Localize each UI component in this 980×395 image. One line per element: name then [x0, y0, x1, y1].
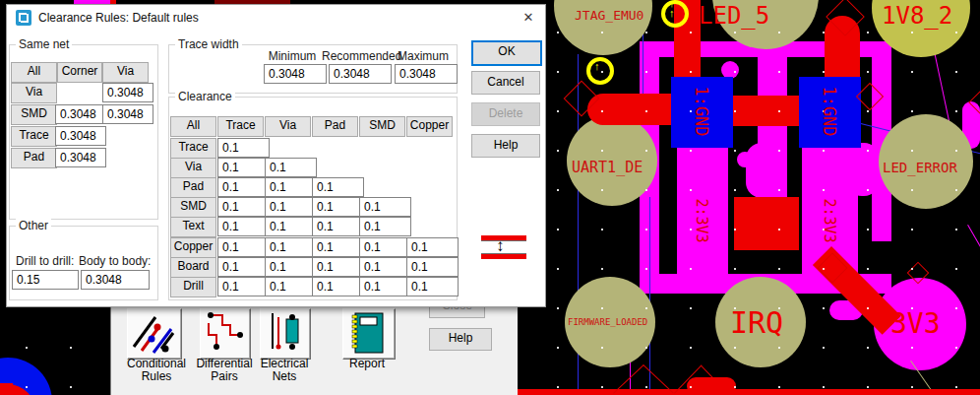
samenet-col-corner[interactable]: Corner — [57, 62, 102, 83]
dialog-help-button[interactable]: Help — [471, 134, 540, 158]
ok-button[interactable]: OK — [471, 40, 542, 66]
trace-horizontal — [587, 94, 679, 125]
body-to-body-field[interactable]: 0.3048 — [81, 270, 150, 290]
report-label: Report — [331, 358, 403, 370]
samenet-cell[interactable]: 0.3048 — [102, 83, 153, 102]
clearance-col-all[interactable]: All — [170, 116, 216, 137]
clearance-cell[interactable]: 0.1 — [312, 197, 364, 217]
clearance-cell[interactable]: 0.1 — [265, 217, 317, 236]
clearance-cell[interactable]: 0.1 — [312, 177, 364, 197]
samenet-row-smd[interactable]: SMD — [11, 104, 57, 125]
parent-help-button[interactable]: Help — [429, 328, 492, 351]
samenet-row-via[interactable]: Via — [11, 83, 57, 103]
clearance-col-via[interactable]: Via — [265, 116, 311, 137]
clearance-cell[interactable]: 0.1 — [359, 217, 411, 236]
clearance-cell[interactable]: 0.1 — [265, 197, 317, 217]
samenet-col-all[interactable]: All — [11, 62, 57, 83]
clearance-gap-icon: ↕ — [481, 231, 526, 263]
samenet-cell[interactable]: 0.3048 — [55, 104, 106, 124]
plane-dot — [737, 152, 753, 167]
report-button[interactable] — [342, 308, 396, 360]
close-icon[interactable]: ✕ — [520, 9, 537, 27]
clearance-col-copper[interactable]: Copper — [406, 116, 453, 137]
clearance-cell[interactable]: 0.1 — [217, 158, 270, 177]
clearance-cell[interactable]: 0.1 — [312, 257, 364, 277]
conditional-rules-button[interactable] — [127, 308, 182, 360]
silk-blob — [846, 143, 880, 196]
net-label-uart: UART1_DE — [572, 159, 643, 176]
delete-button[interactable]: Delete — [471, 102, 540, 126]
clearance-rules-dialog: Clearance Rules: Default rules ✕ Same ne… — [6, 4, 546, 307]
clearance-cell[interactable]: 0.1 — [265, 277, 317, 296]
samenet-row-pad[interactable]: Pad — [11, 148, 57, 168]
clearance-row-copper[interactable]: Copper — [170, 237, 216, 258]
clearance-cell[interactable]: 0.1 — [312, 237, 364, 257]
samenet-cell[interactable]: 0.3048 — [55, 126, 106, 146]
report-icon — [343, 309, 393, 357]
other-label: Other — [16, 219, 51, 232]
clearance-row-drill[interactable]: Drill — [170, 277, 216, 297]
other-group: Other Drill to drill: Body to body: 0.15… — [9, 226, 158, 300]
clearance-cell[interactable]: 0.1 — [359, 237, 411, 257]
clearance-cell[interactable]: 0.1 — [312, 217, 364, 236]
clearance-col-smd[interactable]: SMD — [359, 116, 405, 137]
clearance-cell[interactable]: 0.1 — [217, 237, 270, 257]
clearance-row-pad[interactable]: Pad — [170, 177, 216, 198]
clearance-cell[interactable]: 0.1 — [312, 277, 364, 296]
clearance-row-text[interactable]: Text — [170, 217, 216, 237]
clearance-row-smd[interactable]: SMD — [170, 197, 216, 218]
clearance-row-board[interactable]: Board — [170, 257, 216, 278]
clearance-cell[interactable]: 0.1 — [406, 237, 459, 257]
clearance-col-trace[interactable]: Trace — [217, 116, 264, 137]
cancel-button[interactable]: Cancel — [471, 71, 540, 95]
samenet-col-via[interactable]: Via — [102, 62, 149, 83]
drill-to-drill-field[interactable]: 0.15 — [12, 270, 79, 290]
clearance-cell[interactable]: 0.1 — [359, 257, 411, 277]
clearance-cell[interactable]: 0.1 — [359, 277, 411, 296]
ratsnest-line — [649, 197, 650, 395]
drill-to-drill-label: Drill to drill: — [16, 254, 74, 268]
via-arrow-icon: ↑ — [669, 8, 675, 19]
samenet-row-trace[interactable]: Trace — [11, 126, 57, 147]
trace-width-rec-field[interactable]: 0.3048 — [329, 64, 392, 84]
clearance-col-pad[interactable]: Pad — [312, 116, 358, 137]
clearance-cell[interactable]: 0.1 — [217, 217, 270, 236]
maximum-label: Maximum — [392, 49, 455, 63]
trace-fragment — [0, 383, 13, 386]
clearance-cell[interactable]: 0.1 — [265, 257, 317, 277]
conditional-rules-label: Conditional Rules — [120, 358, 193, 383]
electrical-nets-button[interactable] — [260, 308, 311, 360]
dialog-title: Clearance Rules: Default rules — [38, 11, 199, 25]
clearance-cell[interactable]: 0.1 — [406, 277, 459, 296]
conditional-rules-icon — [128, 309, 179, 357]
clearance-cell[interactable]: 0.1 — [217, 277, 270, 296]
samenet-cell[interactable]: 0.3048 — [102, 104, 153, 124]
clearance-cell[interactable]: 0.1 — [265, 177, 317, 197]
trace-width-min-field[interactable]: 0.3048 — [264, 64, 327, 84]
trace-width-label: Trace width — [175, 37, 242, 51]
clearance-cell[interactable]: 0.1 — [406, 257, 459, 277]
clearance-cell[interactable]: 0.1 — [217, 138, 270, 158]
trace-width-max-field[interactable]: 0.3048 — [395, 64, 458, 84]
pin-text-3v3-2: 2:3V3 — [821, 198, 838, 242]
clearance-label: Clearance — [175, 90, 235, 103]
net-label-irq: IRQ — [730, 305, 783, 340]
differential-pairs-button[interactable] — [200, 308, 251, 360]
samenet-cell[interactable]: 0.3048 — [55, 148, 106, 167]
dialog-titlebar[interactable]: Clearance Rules: Default rules ✕ — [7, 5, 545, 31]
clearance-row-trace[interactable]: Trace — [170, 138, 216, 159]
ratsnest-line — [967, 225, 980, 250]
app-icon — [16, 10, 31, 26]
clearance-cell[interactable]: 0.1 — [265, 158, 317, 177]
trace-block — [734, 197, 799, 250]
trace-bottom-bar — [517, 389, 980, 395]
differential-pairs-icon — [201, 309, 248, 357]
clearance-row-via[interactable]: Via — [170, 158, 216, 178]
net-label-jtag: JTAG_EMU0 — [575, 8, 643, 23]
clearance-cell[interactable]: 0.1 — [217, 257, 270, 277]
clearance-cell[interactable]: 0.1 — [265, 237, 317, 257]
clearance-cell[interactable]: 0.1 — [217, 197, 270, 217]
clearance-cell[interactable]: 0.1 — [359, 197, 411, 217]
clearance-cell[interactable]: 0.1 — [217, 177, 270, 197]
pcb-editor-screen: ↑ ↑ ↑ JTAG_EMU0 LED_5 1V8_2 UART1_DE LED… — [0, 0, 980, 395]
